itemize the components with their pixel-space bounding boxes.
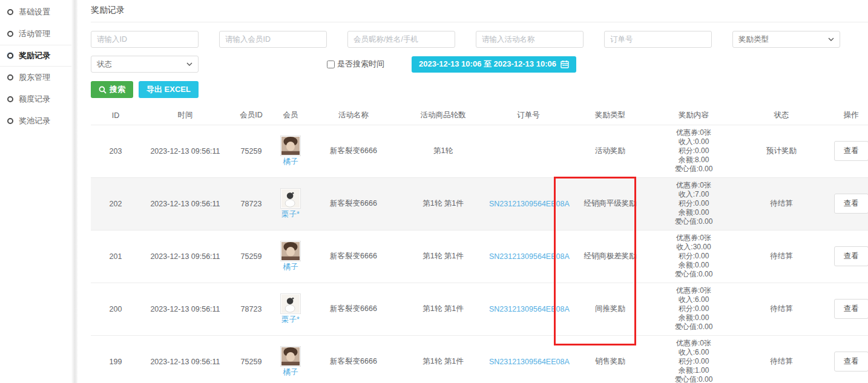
sidebar-item-1[interactable]: 基础设置 <box>0 1 71 23</box>
table-row: 2022023-12-13 09:56:1178723栗子*新客裂变6666第1… <box>91 177 868 230</box>
cell-time: 2023-12-13 09:56:11 <box>140 177 230 230</box>
sidebar-item-4[interactable]: 股东管理 <box>0 67 71 88</box>
column-header: 会员ID <box>230 106 272 125</box>
member-avatar[interactable] <box>280 136 301 156</box>
title-divider <box>91 22 868 22</box>
column-header: 会员 <box>272 106 309 125</box>
main-content: 奖励记录 奖励类型 <box>77 0 868 383</box>
cell-order: SN23121309564EE08A <box>488 283 569 335</box>
cell-status: 预计奖励 <box>736 125 827 177</box>
radio-circle-icon <box>7 31 13 37</box>
member-avatar[interactable] <box>280 241 301 261</box>
cell-round: 第1轮 <box>398 125 488 177</box>
radio-circle-icon <box>7 74 13 80</box>
cell-member-id: 78723 <box>230 283 272 335</box>
export-button-label: 导出 EXCEL <box>146 84 191 95</box>
sidebar-divider <box>71 0 77 383</box>
cell-round: 第1轮 第1件 <box>398 230 488 283</box>
cell-id: 201 <box>91 230 140 283</box>
column-header: 活动商品轮数 <box>398 106 488 125</box>
cell-status: 待结算 <box>736 283 827 335</box>
view-button[interactable]: 查看 <box>834 299 868 319</box>
cell-reward-type: 经销商平级奖励 <box>569 177 651 230</box>
reward-type-select[interactable]: 奖励类型 <box>732 31 840 48</box>
member-avatar[interactable] <box>280 293 301 314</box>
column-header: 订单号 <box>488 106 569 125</box>
sidebar-item-2[interactable]: 活动管理 <box>0 23 71 45</box>
cell-activity: 新客裂变6666 <box>309 230 398 283</box>
cell-order <box>488 125 569 177</box>
cell-action: 查看 <box>827 283 868 335</box>
view-button[interactable]: 查看 <box>834 141 868 161</box>
sidebar-item-5[interactable]: 额度记录 <box>0 88 71 110</box>
sidebar-item-3[interactable]: 奖励记录 <box>0 45 71 67</box>
sidebar-item-6[interactable]: 奖池记录 <box>0 110 71 132</box>
cell-id: 199 <box>91 335 140 383</box>
radio-circle-icon <box>7 53 13 59</box>
order-number-link[interactable]: SN23121309564EE08A <box>489 252 570 261</box>
cell-reward-content: 优惠券:0张收入:6.00积分:0.00余额:0.00爱心值:0.00 <box>651 283 736 335</box>
view-button[interactable]: 查看 <box>834 352 868 372</box>
calendar-icon <box>561 60 569 68</box>
date-range-button[interactable]: 2023-12-13 10:06 至 2023-12-13 10:06 <box>412 56 576 73</box>
status-select[interactable]: 状态 <box>91 56 199 73</box>
cell-id: 202 <box>91 177 140 230</box>
cell-reward-type: 活动奖励 <box>569 125 651 177</box>
search-time-checkbox-wrap: 是否搜索时间 <box>327 59 396 70</box>
member-id-input[interactable] <box>225 35 321 44</box>
activity-input[interactable] <box>482 35 577 44</box>
action-button-row: 搜索 导出 EXCEL <box>91 81 868 98</box>
member-avatar[interactable] <box>280 188 301 209</box>
search-time-checkbox-label: 是否搜索时间 <box>337 59 384 70</box>
member-name-link[interactable]: 橘子 <box>283 157 298 167</box>
cell-reward-type: 经销商极差奖励 <box>569 230 651 283</box>
member-name-link[interactable]: 栗子* <box>281 315 300 325</box>
table-header-row: ID时间会员ID会员活动名称活动商品轮数订单号奖励类型奖励内容状态操作 <box>91 106 868 125</box>
member-id-field-wrap <box>219 31 327 48</box>
search-time-checkbox[interactable] <box>327 61 335 68</box>
cell-reward-type: 间推奖励 <box>569 283 651 335</box>
sidebar-item-label: 活动管理 <box>19 28 50 39</box>
table-row: 2012023-12-13 09:56:1175259橘子新客裂变6666第1轮… <box>91 230 868 283</box>
order-input[interactable] <box>610 35 706 44</box>
member-name-link[interactable]: 栗子* <box>281 209 300 220</box>
cell-id: 203 <box>91 125 140 177</box>
table-row: 1992023-12-13 09:56:1175259橘子新客裂变6666第1轮… <box>91 335 868 383</box>
member-name-link[interactable]: 橘子 <box>283 367 298 378</box>
view-button[interactable]: 查看 <box>834 246 868 266</box>
records-table: ID时间会员ID会员活动名称活动商品轮数订单号奖励类型奖励内容状态操作 2032… <box>91 106 868 383</box>
member-name-link[interactable]: 橘子 <box>283 262 298 272</box>
cell-status: 待结算 <box>736 335 827 383</box>
column-header: ID <box>91 106 140 125</box>
id-input[interactable] <box>97 35 192 44</box>
radio-circle-icon <box>7 96 13 102</box>
cell-status: 待结算 <box>736 230 827 283</box>
search-button-label: 搜索 <box>110 84 125 95</box>
order-number-link[interactable]: SN23121309564EE08A <box>489 305 570 313</box>
member-avatar[interactable] <box>280 346 301 367</box>
cell-member-id: 75259 <box>230 335 272 383</box>
cell-member: 橘子 <box>272 230 309 283</box>
cell-activity: 新客裂变6666 <box>309 125 398 177</box>
view-button[interactable]: 查看 <box>834 194 868 214</box>
radio-circle-icon <box>7 9 13 15</box>
filter-row-1: 奖励类型 <box>91 31 868 48</box>
cell-member-id: 75259 <box>230 125 272 177</box>
cell-member: 橘子 <box>272 335 309 383</box>
page-title: 奖励记录 <box>91 5 868 22</box>
chevron-down-icon <box>828 36 834 42</box>
cell-order: SN23121309564EE08A <box>488 230 569 283</box>
cell-reward-type: 销售奖励 <box>569 335 651 383</box>
cell-time: 2023-12-13 09:56:11 <box>140 283 230 335</box>
activity-field-wrap <box>476 31 584 48</box>
order-number-link[interactable]: SN23121309564EE08A <box>489 358 570 366</box>
order-number-link[interactable]: SN23121309564EE08A <box>489 200 570 208</box>
sidebar-item-label: 额度记录 <box>19 94 50 105</box>
member-name-input[interactable] <box>353 35 449 44</box>
search-button[interactable]: 搜索 <box>91 81 133 98</box>
app-window: 基础设置活动管理奖励记录股东管理额度记录奖池记录 奖励记录 奖励类型 <box>0 0 868 383</box>
cell-activity: 新客裂变6666 <box>309 283 398 335</box>
cell-member: 栗子* <box>272 283 309 335</box>
member-name-field-wrap <box>347 31 455 48</box>
export-excel-button[interactable]: 导出 EXCEL <box>139 81 199 98</box>
